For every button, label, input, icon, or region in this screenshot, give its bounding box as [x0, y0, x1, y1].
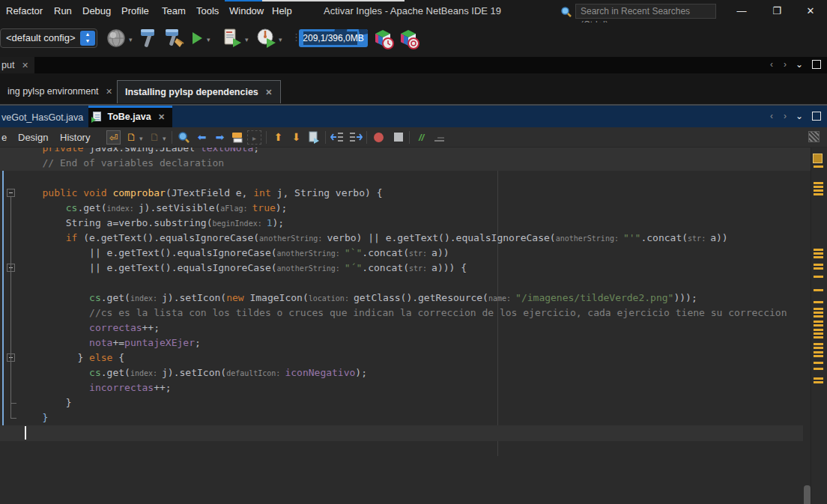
toolbar-overflow-icon[interactable] — [808, 131, 820, 142]
warning-stripe-mark[interactable] — [814, 276, 823, 278]
tab-pylsp-environment[interactable]: ing pylsp environment ✕ — [0, 80, 120, 103]
back-dropdown-icon[interactable]: ▾ — [139, 135, 143, 142]
forward-button[interactable]: 🗋 — [148, 130, 162, 145]
maximize-pane-icon[interactable] — [812, 112, 821, 121]
warning-stripe-mark[interactable] — [814, 377, 823, 380]
config-spinner-icon[interactable]: ▲▼ — [80, 31, 95, 46]
menu-team[interactable]: Team — [157, 0, 190, 22]
debug-dropdown-icon[interactable]: ▾ — [245, 36, 249, 43]
warning-stripe-mark[interactable] — [814, 329, 823, 331]
run-dropdown-icon[interactable]: ▾ — [207, 36, 210, 43]
vertical-scrollbar-thumb[interactable] — [804, 485, 811, 504]
output-tab-close-icon[interactable]: ✕ — [22, 61, 28, 70]
find-previous-button[interactable]: ⬅ — [195, 130, 209, 145]
warning-stripe-mark[interactable] — [814, 347, 823, 349]
last-edit-location-button[interactable]: ⏎ — [106, 130, 121, 145]
uncomment-button[interactable] — [432, 130, 446, 145]
warning-stripe-mark[interactable] — [814, 166, 823, 168]
tab-close-icon[interactable]: ✕ — [106, 87, 112, 96]
menu-window[interactable]: Window — [225, 0, 268, 22]
history-button[interactable]: History — [60, 127, 90, 148]
search-icon[interactable] — [560, 6, 572, 18]
stop-macro-recording-button[interactable] — [391, 130, 405, 145]
previous-bookmark-button[interactable]: ⬆ — [271, 130, 285, 145]
scroll-left-icon[interactable]: ‹ — [770, 109, 773, 124]
warning-stripe-mark[interactable] — [814, 368, 823, 370]
warning-status-icon[interactable] — [813, 154, 823, 163]
chevron-down-icon[interactable]: ⌄ — [796, 57, 803, 72]
build-hammer-icon[interactable] — [138, 28, 157, 49]
restore-button[interactable]: ❐ — [760, 0, 793, 22]
scroll-right-icon[interactable]: › — [784, 109, 787, 124]
menu-tools[interactable]: Tools — [192, 0, 223, 22]
warning-stripe-mark[interactable] — [814, 333, 823, 335]
shift-right-button[interactable] — [348, 130, 363, 145]
warning-stripe-mark[interactable] — [814, 321, 823, 323]
profile-dropdown-icon[interactable]: ▾ — [279, 36, 282, 43]
next-bookmark-button[interactable]: ⬇ — [289, 130, 303, 145]
maximize-pane-icon[interactable] — [812, 60, 821, 69]
find-selection-button[interactable] — [177, 130, 191, 145]
code-editor[interactable]: private javax.swing.JLabel textoNota; //… — [0, 148, 827, 504]
warning-stripe-mark[interactable] — [814, 256, 823, 258]
warning-stripe-mark[interactable] — [814, 308, 823, 310]
warning-stripe-mark[interactable] — [814, 264, 823, 266]
comment-button[interactable]: // — [414, 130, 428, 145]
rectangular-selection-button[interactable]: ▸ — [247, 130, 261, 145]
output-window-tab[interactable]: put ✕ — [0, 57, 34, 73]
back-button[interactable]: 🗋 — [124, 130, 139, 145]
minimize-button[interactable]: — — [725, 0, 758, 22]
profile-project-icon[interactable] — [256, 28, 277, 49]
tab-close-icon[interactable]: ✕ — [265, 88, 272, 97]
source-button-partial[interactable]: e — [1, 127, 7, 148]
toggle-highlight-button[interactable] — [231, 130, 245, 145]
warning-stripe-mark[interactable] — [814, 289, 823, 291]
menu-refactor[interactable]: Refactor — [1, 0, 47, 22]
tab-pylsp-dependencies[interactable]: Installing pylsp dependencies ✕ — [117, 80, 281, 103]
warning-stripe-mark[interactable] — [814, 189, 823, 192]
globe-icon[interactable] — [106, 28, 126, 48]
tab-tobe-java[interactable]: ToBe.java ✕ — [88, 106, 172, 127]
warning-stripe-mark[interactable] — [814, 315, 823, 318]
globe-dropdown-icon[interactable]: ▾ — [129, 36, 133, 43]
menu-debug[interactable]: Debug — [78, 0, 115, 22]
warning-stripe-mark[interactable] — [814, 182, 823, 184]
toggle-bookmark-button[interactable] — [307, 130, 321, 145]
start-macro-recording-button[interactable] — [372, 130, 386, 145]
find-next-button[interactable]: ➡ — [213, 130, 227, 145]
search-input[interactable]: Search in Recent Searches (Ctrl+I) — [575, 4, 716, 19]
forward-dropdown-icon[interactable]: ▾ — [163, 135, 166, 142]
warning-stripe-mark[interactable] — [814, 249, 823, 251]
warning-stripe-mark[interactable] — [814, 312, 823, 314]
clean-build-hammer-icon[interactable] — [163, 28, 186, 49]
config-combobox[interactable]: <default config> ▲▼ — [0, 28, 97, 48]
memory-gc-button[interactable]: 209,1/396,0MB — [299, 29, 368, 47]
warning-stripe-mark[interactable] — [814, 362, 823, 364]
warning-stripe-mark[interactable] — [814, 381, 823, 383]
chevron-down-icon[interactable]: ⌄ — [796, 109, 803, 124]
warning-stripe-mark[interactable] — [814, 336, 823, 338]
design-button[interactable]: Design — [18, 127, 48, 148]
profile-point-clock-icon[interactable] — [372, 28, 395, 50]
menu-help[interactable]: Help — [267, 0, 297, 22]
close-button[interactable]: ✕ — [794, 0, 827, 22]
debug-project-icon[interactable] — [222, 28, 243, 49]
warning-stripe-mark[interactable] — [814, 267, 823, 270]
profile-point-record-icon[interactable] — [398, 28, 420, 50]
warning-stripe-mark[interactable] — [814, 355, 823, 357]
tab-close-icon[interactable]: ✕ — [158, 112, 165, 121]
warning-stripe-mark[interactable] — [814, 301, 823, 303]
menu-profile[interactable]: Profile — [117, 0, 154, 22]
menu-run[interactable]: Run — [49, 0, 76, 22]
shift-left-button[interactable] — [330, 130, 345, 145]
warning-stripe-mark[interactable] — [814, 252, 823, 255]
run-button-icon[interactable] — [193, 32, 202, 44]
warning-stripe-mark[interactable] — [814, 193, 823, 195]
warning-stripe-mark[interactable] — [814, 343, 823, 345]
warning-stripe-mark[interactable] — [814, 351, 823, 353]
warning-stripe-mark[interactable] — [814, 324, 823, 327]
scroll-left-icon[interactable]: ‹ — [770, 57, 773, 72]
scroll-right-icon[interactable]: › — [784, 57, 787, 72]
code-fold-toggle[interactable] — [7, 189, 15, 197]
warning-stripe-mark[interactable] — [814, 186, 823, 188]
